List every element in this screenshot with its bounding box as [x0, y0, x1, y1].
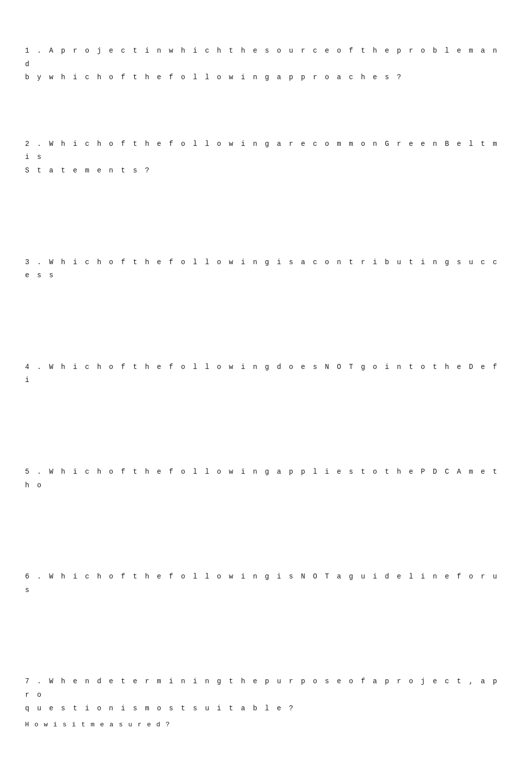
spacer-1	[25, 98, 507, 123]
question-item-7: 7 . W h e n d e t e r m i n i n g t h e …	[25, 661, 507, 745]
question-item-6: 6 . W h i c h o f t h e f o l l o w i n …	[25, 556, 507, 611]
q7-line-2: q u e s t i o n i s m o s t s u i t a b …	[25, 702, 507, 715]
question-item-5: 5 . W h i c h o f t h e f o l l o w i n …	[25, 451, 507, 506]
question-text-7: 7 . W h e n d e t e r m i n i n g t h e …	[25, 675, 507, 715]
q1-line-1: 1 . A p r o j e c t i n w h i c h t h e …	[25, 44, 507, 71]
q2-line-1: 2 . W h i c h o f t h e f o l l o w i n …	[25, 137, 507, 164]
question-text-1: 1 . A p r o j e c t i n w h i c h t h e …	[25, 44, 507, 84]
spacer-5b	[25, 531, 507, 556]
q3-line-1: 3 . W h i c h o f t h e f o l l o w i n …	[25, 256, 507, 282]
spacer-4b	[25, 426, 507, 451]
spacer-5	[25, 506, 507, 531]
q6-line-1: 6 . W h i c h o f t h e f o l l o w i n …	[25, 570, 507, 597]
spacer-3b	[25, 321, 507, 346]
question-item-4: 4 . W h i c h o f t h e f o l l o w i n …	[25, 346, 507, 401]
q2-line-2: S t a t e m e n t s ?	[25, 164, 507, 177]
q7-line-1: 7 . W h e n d e t e r m i n i n g t h e …	[25, 675, 507, 701]
spacer-6	[25, 611, 507, 636]
question-text-5: 5 . W h i c h o f t h e f o l l o w i n …	[25, 465, 507, 492]
spacer-6b	[25, 636, 507, 661]
q5-line-1: 5 . W h i c h o f t h e f o l l o w i n …	[25, 465, 507, 492]
question-text-6: 6 . W h i c h o f t h e f o l l o w i n …	[25, 570, 507, 597]
question-list: 1 . A p r o j e c t i n w h i c h t h e …	[25, 30, 507, 745]
spacer-4	[25, 401, 507, 426]
question-text-4: 4 . W h i c h o f t h e f o l l o w i n …	[25, 360, 507, 387]
q4-line-1: 4 . W h i c h o f t h e f o l l o w i n …	[25, 360, 507, 387]
question-item-2: 2 . W h i c h o f t h e f o l l o w i n …	[25, 123, 507, 191]
question-text-3: 3 . W h i c h o f t h e f o l l o w i n …	[25, 256, 507, 282]
spacer-2b	[25, 217, 507, 242]
q7-sub-text: H o w i s i t m e a s u r e d ?	[25, 719, 507, 731]
question-item-3: 3 . W h i c h o f t h e f o l l o w i n …	[25, 242, 507, 296]
q1-line-2: b y w h i c h o f t h e f o l l o w i n …	[25, 71, 507, 84]
question-text-2: 2 . W h i c h o f t h e f o l l o w i n …	[25, 137, 507, 177]
spacer-3	[25, 296, 507, 321]
question-item-1: 1 . A p r o j e c t i n w h i c h t h e …	[25, 30, 507, 98]
spacer-2	[25, 191, 507, 217]
